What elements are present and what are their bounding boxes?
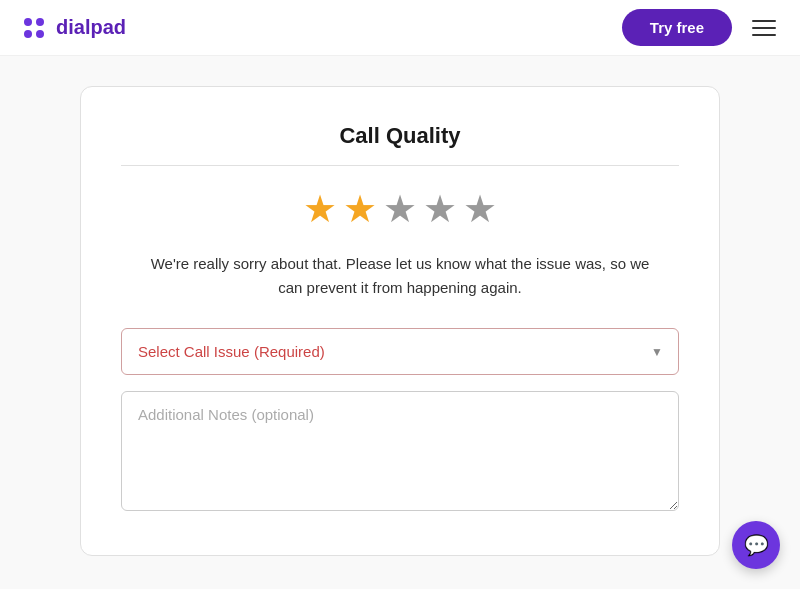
logo: dialpad [20, 14, 126, 42]
header-actions: Try free [622, 9, 780, 46]
star-5[interactable]: ★ [463, 190, 497, 228]
card-title: Call Quality [121, 123, 679, 149]
header: dialpad Try free [0, 0, 800, 56]
chat-bubble-icon: 💬 [744, 533, 769, 557]
apology-message: We're really sorry about that. Please le… [121, 252, 679, 300]
star-1[interactable]: ★ [303, 190, 337, 228]
chat-bubble-button[interactable]: 💬 [732, 521, 780, 569]
star-4[interactable]: ★ [423, 190, 457, 228]
call-quality-card: Call Quality ★ ★ ★ ★ ★ We're really sorr… [80, 86, 720, 556]
svg-point-1 [36, 18, 44, 26]
dialpad-logo-icon [20, 14, 48, 42]
additional-notes-textarea[interactable] [121, 391, 679, 511]
svg-point-2 [24, 30, 32, 38]
hamburger-line-1 [752, 20, 776, 22]
star-rating: ★ ★ ★ ★ ★ [121, 190, 679, 228]
hamburger-line-3 [752, 34, 776, 36]
star-2[interactable]: ★ [343, 190, 377, 228]
svg-point-0 [24, 18, 32, 26]
card-divider [121, 165, 679, 166]
issue-select-wrapper: Select Call Issue (Required) Audio quali… [121, 328, 679, 375]
logo-text: dialpad [56, 16, 126, 39]
main-content: Call Quality ★ ★ ★ ★ ★ We're really sorr… [0, 56, 800, 589]
star-3[interactable]: ★ [383, 190, 417, 228]
svg-point-3 [36, 30, 44, 38]
try-free-button[interactable]: Try free [622, 9, 732, 46]
hamburger-line-2 [752, 27, 776, 29]
hamburger-menu-button[interactable] [748, 16, 780, 40]
call-issue-select[interactable]: Select Call Issue (Required) Audio quali… [121, 328, 679, 375]
